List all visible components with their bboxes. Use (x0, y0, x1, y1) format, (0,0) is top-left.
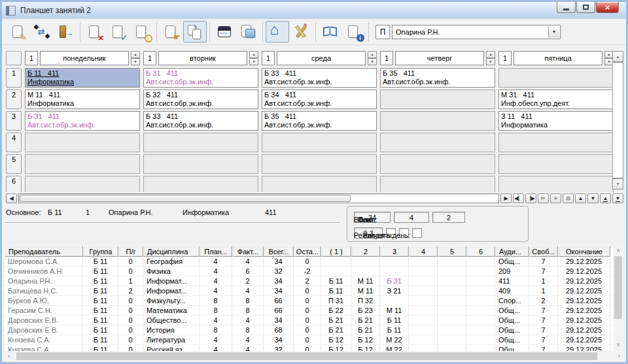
column-header[interactable]: ( 1 ) (321, 246, 351, 257)
day-lesson-count[interactable]: 1 (262, 51, 275, 65)
table-row[interactable]: Герасим С.Н.Б 110Математика88660Б 22Б 23… (5, 306, 613, 316)
schedule-cell-empty[interactable] (262, 133, 377, 152)
copy-lessons-button[interactable] (236, 21, 260, 42)
column-header[interactable]: 5 (438, 246, 466, 257)
exit-door-button[interactable]: → (54, 21, 77, 42)
scrollbar-thumb[interactable] (612, 62, 623, 178)
spinner-up-icon[interactable]: ▲ (486, 51, 495, 58)
column-header[interactable]: Окончание (558, 246, 610, 257)
table-horizontal-scrollbar[interactable]: ‹ › (5, 351, 623, 361)
next-column-button[interactable]: ▕▶ (525, 193, 536, 203)
calendar-button[interactable]: ••• (213, 21, 236, 42)
row-number-button[interactable]: 6 (6, 176, 22, 192)
day-lesson-count[interactable]: 1 (143, 51, 156, 65)
scroll-left-button[interactable]: ◀ (6, 193, 17, 203)
schedule-cell[interactable]: Б 34 411Авт.сист.обр.эк.инф. (262, 90, 377, 109)
minimize-button[interactable] (557, 2, 576, 13)
horizontal-scrollbar-track[interactable] (18, 193, 499, 203)
row-number-button[interactable]: 2 (6, 90, 22, 109)
spinner-up-icon[interactable]: ▲ (131, 51, 140, 58)
scroll-down-icon[interactable]: ▼ (612, 178, 623, 190)
schedule-cell[interactable]: Б 35 411Авт.сист.обр.эк.инф. (262, 111, 377, 131)
spinner-down-icon[interactable]: ▼ (249, 58, 258, 65)
spinner-down-icon[interactable]: ▼ (131, 58, 140, 65)
column-header[interactable]: Оста... (294, 246, 321, 257)
day-lesson-count[interactable]: 1 (380, 51, 393, 65)
apply-lesson-button[interactable]: ✓ (107, 21, 130, 42)
schedule-cell-empty[interactable] (380, 176, 495, 192)
book-button[interactable] (319, 21, 342, 42)
day-lesson-count[interactable]: 1 (498, 51, 512, 65)
chevron-down-icon[interactable]: ▼ (548, 26, 559, 38)
info-button[interactable]: i (342, 21, 366, 42)
day-lesson-count[interactable]: 1 (25, 51, 38, 65)
schedule-cell[interactable]: М 11 411Информатика (25, 90, 140, 109)
day-name[interactable]: вторник (158, 51, 247, 65)
day-name[interactable]: понедельник (40, 51, 129, 65)
schedule-cell[interactable]: З 11 411Информатика (498, 111, 614, 131)
teacher-mode-box[interactable]: П (375, 25, 390, 39)
column-header[interactable]: Факт... (232, 246, 264, 257)
table-vertical-scrollbar[interactable]: ∧ ∨ (613, 246, 623, 349)
day-name[interactable]: среда (277, 51, 366, 65)
scroll-right-button[interactable]: ▶ (500, 193, 512, 203)
expand-down-button[interactable]: ▼ (587, 193, 599, 203)
schedule-cell[interactable]: Б 11 411Информатика (25, 68, 140, 88)
chevron-left-icon[interactable]: ‹ (8, 352, 10, 359)
plan-field[interactable]: 4 (394, 212, 429, 223)
schedule-cell[interactable]: Б 35 411Авт.сист.обр.эк.инф. (380, 68, 495, 88)
pick-lesson-button[interactable]: ☛ (160, 21, 183, 42)
edit-tools-button[interactable] (289, 21, 313, 42)
schedule-cell-empty[interactable] (380, 133, 495, 152)
schedule-cell-empty[interactable] (380, 154, 495, 174)
table-row[interactable]: Батищева Н.С.Б 112Информат...44340Б 11М … (5, 286, 613, 296)
day-name[interactable]: пятница (514, 51, 602, 65)
table-row[interactable]: Овчинников А.Н.Б 110Физика4632-2209729.1… (5, 267, 613, 276)
schedule-vertical-scrollbar[interactable]: ▲ ▼ (612, 51, 623, 190)
schedule-cell-empty[interactable] (25, 133, 140, 152)
spinner-down-icon[interactable]: ▼ (486, 58, 495, 65)
schedule-cell-empty[interactable] (143, 154, 258, 174)
schedule-cell-empty[interactable] (25, 154, 140, 174)
column-header[interactable]: 6 (466, 246, 495, 257)
list-view-button[interactable]: ⊨ (538, 193, 549, 203)
edit-lesson-button[interactable]: ✎ (7, 21, 30, 42)
window-view-button[interactable]: ⊡ (563, 193, 574, 203)
swap-teachers-button[interactable]: ◆◆⇄ (30, 21, 54, 42)
column-header[interactable]: Преподаватель (5, 246, 83, 257)
scroll-bottom-button[interactable]: ▼ (612, 193, 623, 203)
table-row[interactable]: Даровских Е.В.Б 110История88680Б 21Б 21Б… (5, 325, 613, 335)
schedule-cell[interactable]: Б 32 411Авт.сист.обр.эк.инф. (143, 90, 258, 109)
column-header[interactable]: 4 (409, 246, 438, 257)
column-header[interactable]: П/г (118, 246, 143, 257)
spinner-down-icon[interactable]: ▼ (368, 58, 377, 65)
scrollbar-thumb[interactable] (20, 195, 351, 202)
ban-field-3[interactable] (412, 228, 422, 238)
schedule-cell[interactable]: Б 33 411Авт.сист.обр.эк.инф. (262, 68, 377, 88)
chevron-up-icon[interactable]: ∧ (613, 247, 623, 254)
column-header[interactable]: Всег... (264, 246, 294, 257)
schedule-cell-empty[interactable] (25, 176, 140, 192)
schedule-cell-empty[interactable] (143, 176, 258, 192)
scrollbar-thumb[interactable] (614, 256, 622, 319)
maximize-button[interactable] (576, 2, 595, 13)
column-header[interactable]: План... (200, 246, 232, 257)
row-number-button[interactable]: 3 (6, 111, 22, 131)
schedule-cell-empty[interactable] (262, 154, 377, 174)
schedule-cell-empty[interactable] (262, 176, 377, 192)
column-header[interactable]: Своб... (529, 246, 558, 257)
spinner-up-icon[interactable]: ▲ (368, 51, 377, 58)
day-name[interactable]: четверг (395, 51, 484, 65)
schedule-cell-empty[interactable] (498, 133, 614, 152)
delete-lesson-button[interactable]: × (83, 21, 107, 42)
scrollbar-thumb[interactable] (16, 352, 597, 360)
column-header[interactable]: 2 (351, 246, 380, 257)
column-header[interactable]: Дисциплина (143, 246, 200, 257)
table-row[interactable]: Бурков А.Ю.Б 110Физкульту...88660П 31П 3… (5, 296, 613, 306)
chevron-down-icon[interactable]: ∨ (613, 341, 623, 348)
close-button[interactable]: × (596, 2, 619, 13)
fact-field[interactable]: 2 (432, 212, 465, 223)
row-number-button[interactable]: 1 (6, 68, 22, 88)
table-row[interactable]: Даровских Е.В.Б 110Общество...44340Б 21Б… (5, 316, 613, 325)
menu-lines-button[interactable]: ≡ (550, 193, 561, 203)
